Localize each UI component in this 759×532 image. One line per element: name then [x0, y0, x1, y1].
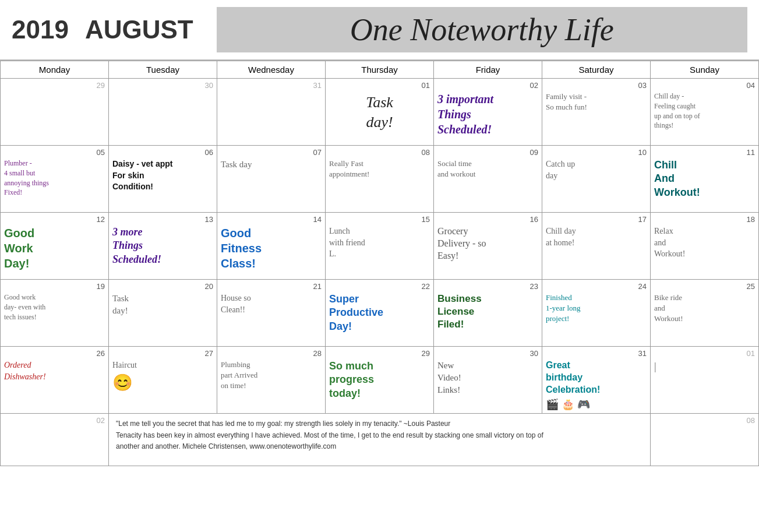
table-cell: 28 Plumbingpart Arrivedon time! — [217, 347, 326, 414]
day-content: GroceryDelivery - soEasy! — [437, 226, 538, 262]
day-content: Catch upday — [546, 158, 647, 181]
table-cell: 01 Taskday! — [326, 79, 434, 146]
table-cell: 13 3 moreThingsScheduled! — [109, 213, 217, 280]
day-content: Social timeand workout — [437, 158, 538, 179]
day-number: 12 — [97, 215, 105, 224]
day-number: 07 — [313, 148, 322, 157]
emoji-row: 🎬 🎂 🎮 — [546, 398, 647, 411]
table-cell: 11 ChillAndWorkout! — [651, 146, 759, 213]
table-cell: 01 | — [651, 347, 759, 414]
footer-right-cell: 08 — [651, 414, 759, 466]
day-content: Really Fastappointment! — [329, 158, 430, 179]
day-content: SuperProductiveDay! — [329, 293, 430, 333]
table-cell: 30 NewVideo!Links! — [434, 347, 542, 414]
table-cell: 20 Taskday! — [109, 280, 217, 347]
week-row: 29 30 31 01 Taskday! 02 3 importantThing… — [1, 79, 759, 146]
footer-quote-cell: "Let me tell you the secret that has led… — [109, 414, 651, 466]
day-number: 22 — [422, 282, 430, 291]
day-number: 19 — [97, 282, 105, 291]
th-friday: Friday — [434, 61, 542, 79]
day-content: Chill dayat home! — [546, 226, 647, 248]
table-cell: 18 RelaxandWorkout! — [651, 213, 759, 280]
day-number: 21 — [313, 282, 322, 291]
day-number: 28 — [313, 349, 322, 358]
day-content: Taskday! — [329, 93, 430, 132]
footer-day-number-right: 08 — [747, 416, 755, 425]
day-number: 30 — [530, 349, 538, 358]
table-cell: 08 Really Fastappointment! — [326, 146, 434, 213]
day-number: 31 — [638, 349, 647, 358]
day-number: 29 — [422, 349, 430, 358]
day-number: 16 — [530, 215, 538, 224]
day-number: 14 — [313, 215, 322, 224]
table-cell: 03 Family visit -So much fun! — [542, 79, 651, 146]
table-cell: 27 Haircut😊 — [109, 347, 217, 414]
day-number: 18 — [747, 215, 755, 224]
day-number: 03 — [638, 81, 647, 90]
table-cell: 31 GreatbirthdayCelebration! 🎬 🎂 🎮 — [542, 347, 651, 414]
day-content: Bike rideandWorkout! — [654, 293, 755, 325]
week-row: 05 Plumber -4 small butannoying thingsFi… — [1, 146, 759, 213]
day-content: Finished1-year longproject! — [546, 293, 647, 325]
table-cell: 09 Social timeand workout — [434, 146, 542, 213]
table-cell: 22 SuperProductiveDay! — [326, 280, 434, 347]
day-content: RelaxandWorkout! — [654, 226, 755, 260]
day-content: ChillAndWorkout! — [654, 158, 755, 199]
day-number: 24 — [638, 282, 647, 291]
table-cell: 10 Catch upday — [542, 146, 651, 213]
table-cell: 31 — [217, 79, 326, 146]
week-row: 26 OrderedDishwasher! 27 Haircut😊 28 Plu… — [1, 347, 759, 414]
day-number: 31 — [313, 81, 322, 90]
day-number: 25 — [747, 282, 755, 291]
header-title: One Noteworthy Life — [350, 12, 614, 47]
day-content: | — [654, 360, 755, 374]
day-headers: Monday Tuesday Wednesday Thursday Friday… — [1, 61, 759, 79]
day-content: Haircut😊 — [112, 360, 213, 394]
day-content: Task day — [221, 158, 322, 171]
day-number: 27 — [205, 349, 213, 358]
table-cell: 04 Chill day -Feeling caughtup and on to… — [651, 79, 759, 146]
day-content: House soClean!! — [221, 293, 322, 315]
table-cell: 29 So muchprogresstoday! — [326, 347, 434, 414]
day-content: Chill day -Feeling caughtup and on top o… — [654, 91, 755, 131]
footer-quote: "Let me tell you the secret that has led… — [116, 418, 643, 452]
day-content: Good workday- even withtech issues! — [4, 293, 105, 322]
week-row: 12 GoodWorkDay! 13 3 moreThingsScheduled… — [1, 213, 759, 280]
table-cell: 21 House soClean!! — [217, 280, 326, 347]
day-number: 26 — [97, 349, 105, 358]
day-content: GreatbirthdayCelebration! — [546, 360, 647, 396]
th-thursday: Thursday — [326, 61, 434, 79]
header-month: AUGUST — [85, 15, 193, 44]
day-content: GoodFitnessClass! — [221, 226, 322, 271]
day-content: Daisy - vet apptFor skinCondition! — [112, 158, 213, 193]
day-content: 3 moreThingsScheduled! — [112, 226, 213, 266]
day-number: 01 — [747, 349, 755, 358]
day-number: 08 — [422, 148, 430, 157]
day-number: 13 — [205, 215, 213, 224]
table-cell: 16 GroceryDelivery - soEasy! — [434, 213, 542, 280]
day-number: 05 — [97, 148, 105, 157]
table-cell: 19 Good workday- even withtech issues! — [1, 280, 109, 347]
day-number: 30 — [205, 81, 213, 90]
day-content: OrderedDishwasher! — [4, 360, 105, 382]
header: 2019 AUGUST One Noteworthy Life — [0, 0, 759, 61]
th-sunday: Sunday — [651, 61, 759, 79]
day-number: 01 — [422, 81, 430, 90]
day-number: 29 — [97, 81, 105, 90]
table-cell: 02 3 importantThingsScheduled! — [434, 79, 542, 146]
header-year: 2019 — [12, 15, 69, 44]
day-number: 02 — [530, 81, 538, 90]
th-tuesday: Tuesday — [109, 61, 217, 79]
day-number: 09 — [530, 148, 538, 157]
day-number: 04 — [747, 81, 755, 90]
day-content: GoodWorkDay! — [4, 226, 105, 271]
day-number: 11 — [747, 148, 755, 157]
footer-day-number: 02 — [97, 416, 105, 425]
day-number: 10 — [638, 148, 647, 157]
day-number: 23 — [530, 282, 538, 291]
table-cell: 23 BusinessLicenseFiled! — [434, 280, 542, 347]
th-saturday: Saturday — [542, 61, 651, 79]
day-number: 20 — [205, 282, 213, 291]
table-cell: 14 GoodFitnessClass! — [217, 213, 326, 280]
table-cell: 29 — [1, 79, 109, 146]
